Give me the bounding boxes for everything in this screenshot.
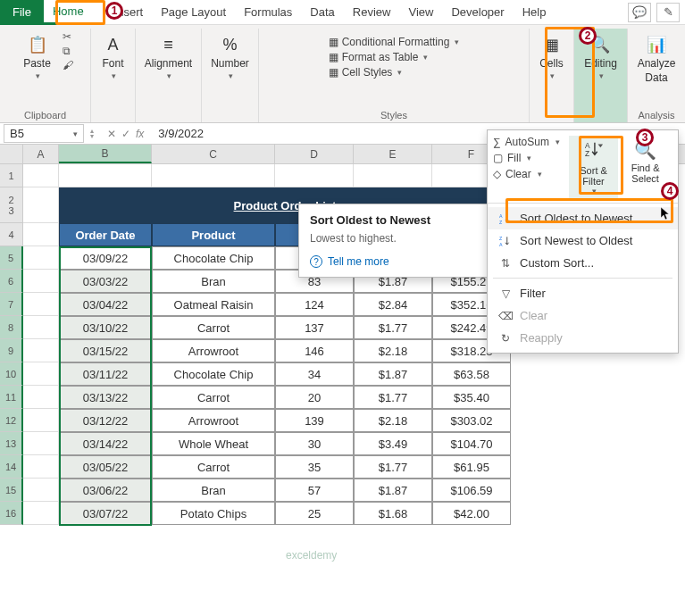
cell-date[interactable]: 03/05/22 [59,455,152,479]
conditional-formatting-button[interactable]: ▦ Conditional Formatting ▾ [329,36,460,48]
row-9[interactable]: 9 [0,339,23,362]
cell-price[interactable]: $2.18 [354,339,432,362]
cell-total[interactable]: $106.59 [432,479,511,502]
tooltip-tell-me-more[interactable]: ? Tell me more [310,255,485,268]
enter-formula-icon[interactable]: ✓ [121,128,130,140]
cell-date[interactable]: 03/07/22 [59,502,152,525]
row-13[interactable]: 13 [0,432,23,455]
cell-qty[interactable]: 139 [275,409,354,432]
row-14[interactable]: 14 [0,455,23,479]
row-11[interactable]: 11 [0,386,23,409]
cell-date[interactable]: 03/12/22 [59,409,152,432]
cell-date[interactable]: 03/13/22 [59,386,152,409]
menu-sort-newest-oldest[interactable]: ZA Sort Newest to Oldest [488,229,678,252]
share-icon[interactable]: ✎ [656,3,680,22]
row-12[interactable]: 12 [0,409,23,432]
cell-qty[interactable]: 146 [275,339,354,362]
menu-filter[interactable]: ▽ Filter [488,282,678,304]
col-b[interactable]: B [59,145,152,163]
number-button[interactable]: % Number ▾ [207,30,253,84]
cell-date[interactable]: 03/11/22 [59,362,152,386]
tab-view[interactable]: View [399,0,442,25]
tab-help[interactable]: Help [514,0,556,25]
cell-total[interactable]: $35.40 [432,386,511,409]
clear-button[interactable]: ◇ Clear ▾ [493,168,560,180]
tab-formulas[interactable]: Formulas [235,0,301,25]
cell-total[interactable]: $63.58 [432,362,511,386]
tab-review[interactable]: Review [344,0,400,25]
cell-product[interactable]: Potato Chips [152,502,275,525]
cells-button[interactable]: ▦ Cells ▾ [532,30,572,84]
row-15[interactable]: 15 [0,479,23,502]
row-7[interactable]: 7 [0,293,23,316]
cell-price[interactable]: $2.84 [354,293,432,316]
file-tab[interactable]: File [0,0,44,25]
cell-qty[interactable]: 30 [275,432,354,455]
cell-product[interactable]: Carrot [152,386,275,409]
cell-price[interactable]: $1.77 [354,316,432,339]
row-6[interactable]: 6 [0,270,23,293]
cell-qty[interactable]: 25 [275,502,354,525]
analyze-data-button[interactable]: 📊 Analyze Data [634,30,680,87]
cell-product[interactable]: Carrot [152,455,275,479]
tab-developer[interactable]: Developer [442,0,513,25]
fill-button[interactable]: ▢ Fill ▾ [493,152,560,164]
font-button[interactable]: A Font ▾ [94,30,133,84]
cell-date[interactable]: 03/04/22 [59,293,152,316]
cell-price[interactable]: $3.49 [354,432,432,455]
cell-price[interactable]: $1.68 [354,502,432,525]
cell-qty[interactable]: 35 [275,455,354,479]
cell-product[interactable]: Carrot [152,316,275,339]
cell-price[interactable]: $1.87 [354,479,432,502]
cell-price[interactable]: $1.77 [354,455,432,479]
cell-date[interactable]: 03/10/22 [59,316,152,339]
col-d[interactable]: D [275,145,354,163]
cell-total[interactable]: $42.00 [432,502,511,525]
cell-date[interactable]: 03/14/22 [59,432,152,455]
copy-icon[interactable]: ⧉ [63,45,73,57]
autosum-button[interactable]: ∑ AutoSum ▾ [493,136,560,148]
row-10[interactable]: 10 [0,362,23,386]
cell-product[interactable]: Oatmeal Raisin [152,293,275,316]
cell-qty[interactable]: 124 [275,293,354,316]
cell-qty[interactable]: 57 [275,479,354,502]
cell-total[interactable]: $104.70 [432,432,511,455]
sort-filter-button[interactable]: AZ Sort & Filter ▾ [569,136,618,199]
row-8[interactable]: 8 [0,316,23,339]
name-box-scroll[interactable]: ▴▾ [84,129,100,139]
cell-product[interactable]: Bran [152,270,275,293]
menu-custom-sort[interactable]: ⇅ Custom Sort... [488,252,678,274]
cell-product[interactable]: Chocolate Chip [152,246,275,270]
cell-price[interactable]: $1.77 [354,386,432,409]
cell-styles-button[interactable]: ▦ Cell Styles ▾ [329,66,460,79]
cancel-formula-icon[interactable]: ✕ [107,128,116,140]
col-e[interactable]: E [354,145,432,163]
cell-qty[interactable]: 137 [275,316,354,339]
paste-button[interactable]: 📋 Paste ▾ [18,30,57,84]
tab-pagelayout[interactable]: Page Layout [152,0,235,25]
cell-date[interactable]: 03/03/22 [59,270,152,293]
col-c[interactable]: C [152,145,275,163]
row-16[interactable]: 16 [0,502,23,525]
cell-price[interactable]: $1.87 [354,362,432,386]
cell-product[interactable]: Arrowroot [152,409,275,432]
cell-date[interactable]: 03/15/22 [59,339,152,362]
row-5[interactable]: 5 [0,246,23,270]
comments-icon[interactable]: 💬 [628,3,651,22]
cell-total[interactable]: $303.02 [432,409,511,432]
cell-date[interactable]: 03/06/22 [59,479,152,502]
row-2[interactable]: 23 [0,187,23,223]
cell-product[interactable]: Arrowroot [152,339,275,362]
row-1[interactable]: 1 [0,164,23,187]
cut-icon[interactable]: ✂ [63,30,73,43]
cell-qty[interactable]: 34 [275,362,354,386]
cell-total[interactable]: $61.95 [432,455,511,479]
tab-home[interactable]: Home [44,0,93,25]
cell-product[interactable]: Whole Wheat [152,432,275,455]
row-4[interactable]: 4 [0,223,23,246]
cell-product[interactable]: Chocolate Chip [152,362,275,386]
cell-product[interactable]: Bran [152,479,275,502]
cell-date[interactable]: 03/09/22 [59,246,152,270]
fx-icon[interactable]: fx [136,128,144,140]
menu-sort-oldest-newest[interactable]: AZ Sort Oldest to Newest [488,207,678,229]
